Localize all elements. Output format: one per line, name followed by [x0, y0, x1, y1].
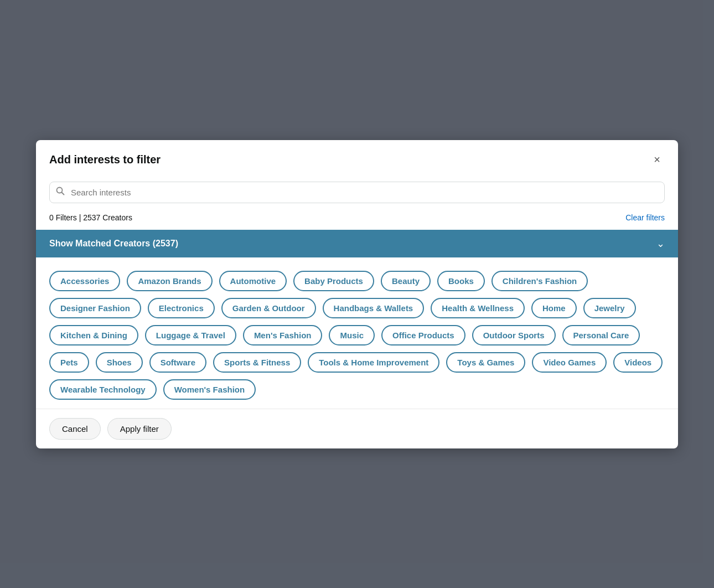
interest-chip[interactable]: Wearable Technology [49, 379, 157, 400]
interest-chip[interactable]: Luggage & Travel [145, 325, 236, 345]
interest-chip[interactable]: Men's Fashion [243, 325, 323, 345]
interest-chip[interactable]: Software [149, 352, 206, 373]
interest-chip[interactable]: Electronics [148, 298, 215, 318]
interest-chip[interactable]: Video Games [532, 352, 607, 373]
interests-grid: AccessoriesAmazon BrandsAutomotiveBaby P… [49, 271, 665, 400]
interest-chip[interactable]: Office Products [381, 325, 465, 345]
interest-chip[interactable]: Tools & Home Improvement [308, 352, 439, 373]
interest-chip[interactable]: Outdoor Sports [472, 325, 556, 345]
interest-chip[interactable]: Designer Fashion [49, 298, 141, 318]
matched-creators-bar[interactable]: Show Matched Creators (2537) ⌄ [36, 230, 678, 257]
interest-chip[interactable]: Handbags & Wallets [323, 298, 425, 318]
interest-chip[interactable]: Garden & Outdoor [221, 298, 316, 318]
interest-chip[interactable]: Amazon Brands [127, 271, 212, 291]
modal-title: Add interests to filter [49, 153, 161, 166]
interest-chip[interactable]: Videos [613, 352, 663, 373]
interest-chip[interactable]: Shoes [96, 352, 143, 373]
interest-chip[interactable]: Pets [49, 352, 89, 373]
interests-section: AccessoriesAmazon BrandsAutomotiveBaby P… [36, 257, 678, 409]
chevron-down-icon: ⌄ [656, 238, 665, 250]
interest-chip[interactable]: Books [437, 271, 485, 291]
filter-count: 0 Filters | 2537 Creators [49, 213, 132, 222]
search-container [49, 182, 665, 203]
search-icon [56, 187, 65, 198]
interest-chip[interactable]: Women's Fashion [163, 379, 256, 400]
interest-chip[interactable]: Jewelry [583, 298, 636, 318]
interest-chip[interactable]: Health & Wellness [431, 298, 525, 318]
interest-chip[interactable]: Sports & Fitness [213, 352, 301, 373]
interest-chip[interactable]: Home [531, 298, 577, 318]
interest-chip[interactable]: Kitchen & Dining [49, 325, 138, 345]
modal-dialog: Add interests to filter × 0 Filters | 25… [36, 140, 678, 448]
interest-chip[interactable]: Music [329, 325, 375, 345]
filter-info-row: 0 Filters | 2537 Creators Clear filters [36, 210, 678, 230]
clear-filters-button[interactable]: Clear filters [625, 213, 665, 222]
interest-chip[interactable]: Baby Products [293, 271, 374, 291]
cancel-button[interactable]: Cancel [49, 418, 101, 440]
modal-overlay: Add interests to filter × 0 Filters | 25… [0, 0, 714, 588]
svg-line-1 [62, 193, 64, 195]
interest-chip[interactable]: Automotive [219, 271, 287, 291]
interest-chip[interactable]: Accessories [49, 271, 120, 291]
apply-filter-button[interactable]: Apply filter [107, 418, 172, 440]
interest-chip[interactable]: Beauty [381, 271, 431, 291]
close-button[interactable]: × [649, 151, 665, 168]
interest-chip[interactable]: Personal Care [562, 325, 640, 345]
modal-footer: Cancel Apply filter [36, 409, 678, 448]
interest-chip[interactable]: Children's Fashion [491, 271, 588, 291]
interest-chip[interactable]: Toys & Games [446, 352, 525, 373]
search-input[interactable] [49, 182, 665, 203]
matched-creators-label: Show Matched Creators (2537) [49, 239, 178, 249]
search-section [36, 177, 678, 210]
modal-header: Add interests to filter × [36, 140, 678, 177]
